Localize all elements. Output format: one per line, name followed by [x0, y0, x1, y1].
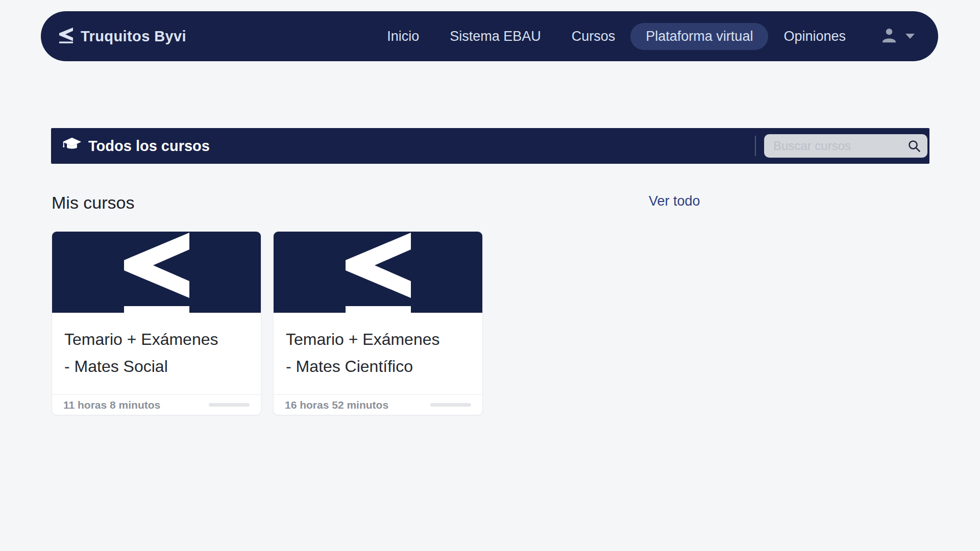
course-duration: 11 horas 8 minutos	[63, 399, 160, 411]
course-footer: 16 horas 52 minutos	[274, 394, 482, 415]
chevron-down-icon	[905, 34, 915, 39]
progress-bar	[209, 403, 250, 407]
nav-item-plataforma-virtual[interactable]: Plataforma virtual	[630, 23, 768, 50]
user-menu[interactable]	[880, 27, 915, 46]
all-courses-banner: Todos los cursos	[51, 128, 929, 164]
nav-item-cursos[interactable]: Cursos	[556, 23, 631, 50]
search-input[interactable]	[764, 134, 927, 158]
view-all-link[interactable]: Ver todo	[649, 193, 700, 209]
course-title: Temario + Exámenes - Mates Social	[52, 313, 236, 394]
course-card-mates-social[interactable]: Temario + Exámenes - Mates Social 11 hor…	[52, 231, 261, 415]
main-nav: Inicio Sistema EBAU Cursos Plataforma vi…	[372, 23, 861, 50]
course-card-mates-cientifico[interactable]: Temario + Exámenes - Mates Científico 16…	[273, 231, 483, 415]
graduation-cap-icon	[62, 137, 82, 155]
nav-item-inicio[interactable]: Inicio	[372, 23, 434, 50]
search-icon[interactable]	[907, 139, 921, 155]
my-courses-grid: Temario + Exámenes - Mates Social 11 hor…	[52, 231, 483, 415]
brand-logo[interactable]: Truquitos Byvi	[59, 28, 186, 45]
brand-name: Truquitos Byvi	[81, 28, 186, 45]
course-duration: 16 horas 52 minutos	[285, 399, 388, 411]
course-thumbnail	[274, 232, 482, 313]
user-icon	[880, 27, 898, 46]
nav-item-opiniones[interactable]: Opiniones	[768, 23, 861, 50]
nav-item-sistema-ebau[interactable]: Sistema EBAU	[434, 23, 556, 50]
course-title: Temario + Exámenes - Mates Científico	[274, 313, 457, 394]
page-title: Mis cursos	[52, 193, 134, 213]
course-thumbnail	[52, 232, 261, 313]
top-navbar: Truquitos Byvi Inicio Sistema EBAU Curso…	[41, 11, 938, 61]
course-footer: 11 horas 8 minutos	[52, 394, 261, 415]
search-box	[764, 134, 927, 158]
brand-chevron-icon	[59, 28, 73, 45]
search-divider	[755, 136, 756, 156]
progress-bar	[430, 403, 471, 407]
banner-title: Todos los cursos	[88, 138, 210, 155]
